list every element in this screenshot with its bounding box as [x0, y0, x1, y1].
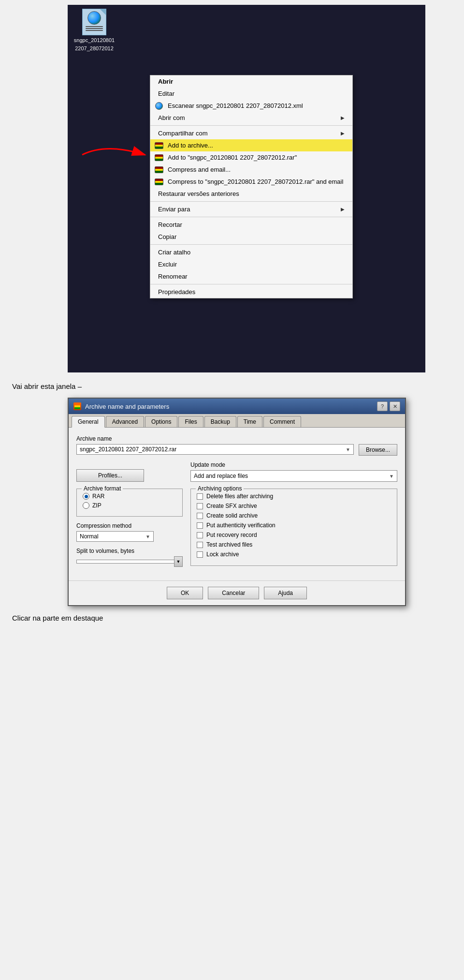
svg-rect-2 [74, 405, 80, 407]
menu-item-restaurar[interactable]: Restaurar versões anteriores [150, 188, 352, 200]
archive-name-input[interactable]: sngpc_20120801 2207_28072012.rar ▼ [76, 444, 354, 455]
option-delete-files: Delete files after archiving [197, 493, 391, 500]
winrar-title-icon [74, 403, 80, 409]
compress-rar-email-icon [154, 178, 164, 186]
archive-format-label: Archive format [82, 485, 123, 492]
update-mode-section: Update mode Add and replace files ▼ [190, 461, 397, 482]
compression-method-dropdown[interactable]: Normal ▼ [76, 531, 154, 542]
add-archive-icon [154, 142, 164, 149]
tab-time[interactable]: Time [237, 416, 262, 427]
file-line-2 [86, 28, 103, 29]
separator-1 [150, 125, 352, 126]
profiles-section: Profiles... [76, 469, 183, 482]
menu-item-add-archive[interactable]: Add to archive... [150, 139, 352, 151]
archiving-options-label: Archiving options [196, 485, 244, 492]
test-archived-checkbox[interactable] [197, 542, 203, 548]
tab-bar: General Advanced Options Files Backup Ti… [69, 414, 405, 428]
zip-radio[interactable] [83, 502, 89, 509]
create-sfx-checkbox[interactable] [197, 503, 203, 509]
create-solid-checkbox[interactable] [197, 513, 203, 519]
menu-item-compartilhar[interactable]: Compartilhar com ▶ [150, 127, 352, 139]
compress-email-icon [154, 166, 164, 174]
update-mode-arrow: ▼ [389, 474, 394, 479]
tab-general[interactable]: General [72, 416, 105, 428]
dialog-body: Archive name sngpc_20120801 2207_2807201… [69, 428, 405, 580]
menu-item-propriedades[interactable]: Propriedades [150, 286, 352, 298]
browse-button[interactable]: Browse... [359, 444, 397, 456]
escanear-icon [154, 102, 164, 110]
tab-backup[interactable]: Backup [204, 416, 236, 427]
rar-radio-row: RAR [83, 493, 176, 500]
put-recovery-checkbox[interactable] [197, 532, 203, 538]
ok-button[interactable]: OK [167, 587, 203, 599]
option-create-solid: Create solid archive [197, 512, 391, 519]
context-menu: Abrir Editar Escanear sngpc_20120801 220… [150, 75, 353, 298]
zip-radio-row: ZIP [83, 502, 176, 509]
option-test-archived: Test archived files [197, 541, 391, 548]
globe-icon [87, 11, 101, 25]
compression-section: Compression method Normal ▼ [76, 522, 183, 542]
help-title-button[interactable]: ? [377, 401, 388, 411]
profiles-button[interactable]: Profiles... [76, 469, 144, 482]
put-recovery-label: Put recovery record [206, 532, 257, 538]
dialog-footer: OK Cancelar Ajuda [69, 580, 405, 605]
dialog-title-left: Archive name and parameters [73, 402, 169, 410]
update-mode-dropdown[interactable]: Add and replace files ▼ [190, 470, 397, 482]
menu-item-copiar[interactable]: Copiar [150, 231, 352, 243]
cancel-button[interactable]: Cancelar [208, 587, 259, 599]
tab-files[interactable]: Files [178, 416, 203, 427]
split-input-wrap: ▼ [76, 556, 183, 567]
option-create-sfx: Create SFX archive [197, 503, 391, 509]
delete-files-checkbox[interactable] [197, 493, 203, 500]
option-put-recovery: Put recovery record [197, 532, 391, 538]
dialog-title-icon [73, 402, 81, 410]
menu-item-renomear[interactable]: Renomear [150, 270, 352, 282]
menu-item-criar-atalho[interactable]: Criar atalho [150, 246, 352, 258]
menu-item-enviar[interactable]: Enviar para ▶ [150, 203, 352, 215]
menu-item-escanear[interactable]: Escanear sngpc_20120801 2207_28072012.xm… [150, 100, 352, 112]
svg-rect-3 [74, 407, 80, 409]
file-line-3 [86, 30, 103, 31]
submenu-arrow-abrir-com: ▶ [341, 115, 345, 120]
zip-label: ZIP [92, 502, 102, 509]
compression-method-value: Normal [80, 533, 99, 540]
red-arrow-annotation [77, 140, 155, 169]
file-icon-container: sngpc_20120801 2207_28072012 [72, 9, 116, 52]
file-icon [82, 9, 106, 35]
split-dropdown-button[interactable]: ▼ [174, 556, 183, 567]
file-label-line2: 2207_28072012 [75, 45, 114, 52]
put-auth-label: Put authenticity verification [206, 522, 276, 529]
menu-item-add-rar[interactable]: Add to "sngpc_20120801 2207_28072012.rar… [150, 151, 352, 163]
menu-item-excluir[interactable]: Excluir [150, 258, 352, 270]
menu-item-abrir[interactable]: Abrir [150, 75, 352, 88]
help-button[interactable]: Ajuda [264, 587, 307, 599]
tab-options[interactable]: Options [145, 416, 177, 427]
submenu-arrow-compartilhar: ▶ [341, 131, 345, 136]
split-input[interactable] [76, 560, 174, 564]
svg-rect-1 [74, 403, 80, 405]
delete-files-label: Delete files after archiving [206, 493, 273, 500]
archive-name-input-wrap: sngpc_20120801 2207_28072012.rar ▼ [76, 444, 354, 455]
dialog-titlebar: Archive name and parameters ? ✕ [69, 399, 405, 414]
rar-radio[interactable] [83, 493, 89, 500]
tab-comment[interactable]: Comment [263, 416, 301, 427]
tab-advanced[interactable]: Advanced [106, 416, 144, 427]
create-sfx-label: Create SFX archive [206, 503, 257, 509]
archive-dialog: Archive name and parameters ? ✕ General … [68, 398, 406, 606]
lock-archive-checkbox[interactable] [197, 551, 203, 558]
menu-item-compress-email[interactable]: Compress and email... [150, 163, 352, 176]
menu-item-recortar[interactable]: Recortar [150, 219, 352, 231]
context-menu-section: sngpc_20120801 2207_28072012 Abrir Edita… [10, 5, 454, 372]
close-title-button[interactable]: ✕ [390, 401, 400, 411]
menu-item-abrir-com[interactable]: Abrir com ▶ [150, 112, 352, 124]
menu-item-compress-rar-email[interactable]: Compress to "sngpc_20120801 2207_2807201… [150, 176, 352, 188]
menu-item-editar[interactable]: Editar [150, 88, 352, 100]
put-auth-checkbox[interactable] [197, 522, 203, 529]
split-section: Split to volumes, bytes ▼ [76, 548, 183, 567]
archive-format-group: Archive format RAR ZIP [76, 489, 183, 517]
archive-name-label: Archive name [76, 435, 397, 442]
left-column: Archive format RAR ZIP Compression metho… [76, 489, 183, 573]
dialog-title-buttons: ? ✕ [377, 401, 400, 411]
bottom-caption: Clicar na parte em destaque [10, 614, 454, 622]
compression-method-label: Compression method [76, 522, 183, 529]
